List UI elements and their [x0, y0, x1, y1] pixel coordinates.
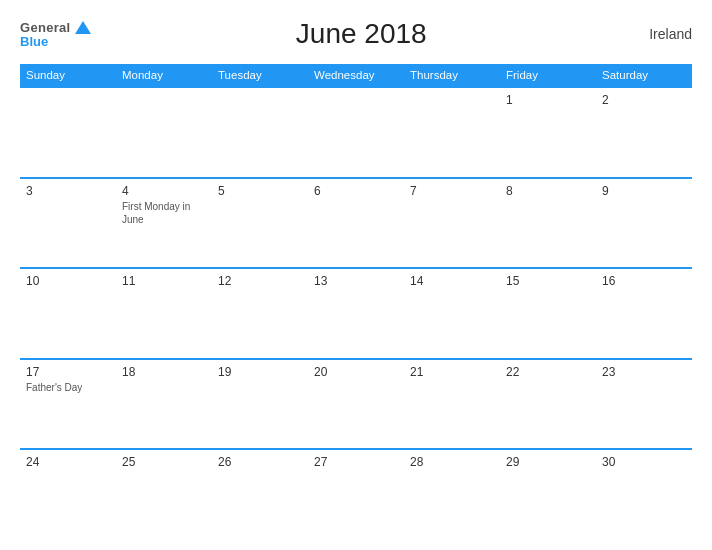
day-number: 26 [218, 455, 302, 469]
calendar-cell: 8 [500, 178, 596, 269]
calendar-cell: 6 [308, 178, 404, 269]
day-number: 11 [122, 274, 206, 288]
day-number: 17 [26, 365, 110, 379]
calendar-title: June 2018 [91, 18, 632, 50]
calendar-cell: 13 [308, 268, 404, 359]
calendar-cell: 3 [20, 178, 116, 269]
calendar-cell: 1 [500, 87, 596, 178]
header-sunday: Sunday [20, 64, 116, 87]
calendar-cell: 2 [596, 87, 692, 178]
logo-blue-text: Blue [20, 35, 91, 48]
day-number: 4 [122, 184, 206, 198]
calendar-cell: 10 [20, 268, 116, 359]
calendar-cell: 19 [212, 359, 308, 450]
weekday-header-row: Sunday Monday Tuesday Wednesday Thursday… [20, 64, 692, 87]
day-number: 18 [122, 365, 206, 379]
header-monday: Monday [116, 64, 212, 87]
logo: General Blue [20, 21, 91, 48]
day-number: 7 [410, 184, 494, 198]
header-thursday: Thursday [404, 64, 500, 87]
day-number: 3 [26, 184, 110, 198]
day-number: 1 [506, 93, 590, 107]
day-number: 25 [122, 455, 206, 469]
calendar-cell [212, 87, 308, 178]
calendar-cell: 17Father's Day [20, 359, 116, 450]
calendar-week-row: 34First Monday in June56789 [20, 178, 692, 269]
header-friday: Friday [500, 64, 596, 87]
calendar-cell: 28 [404, 449, 500, 540]
day-number: 23 [602, 365, 686, 379]
logo-triangle-icon [75, 21, 91, 34]
calendar-week-row: 24252627282930 [20, 449, 692, 540]
calendar-cell: 25 [116, 449, 212, 540]
calendar-cell: 11 [116, 268, 212, 359]
calendar-cell: 9 [596, 178, 692, 269]
calendar-header: General Blue June 2018 Ireland [20, 18, 692, 50]
calendar-cell: 14 [404, 268, 500, 359]
calendar-cell: 4First Monday in June [116, 178, 212, 269]
day-number: 24 [26, 455, 110, 469]
day-number: 16 [602, 274, 686, 288]
calendar-cell: 22 [500, 359, 596, 450]
day-number: 15 [506, 274, 590, 288]
calendar-cell: 15 [500, 268, 596, 359]
calendar-cell: 20 [308, 359, 404, 450]
header-tuesday: Tuesday [212, 64, 308, 87]
day-number: 8 [506, 184, 590, 198]
day-number: 20 [314, 365, 398, 379]
day-number: 6 [314, 184, 398, 198]
header-saturday: Saturday [596, 64, 692, 87]
calendar-cell: 5 [212, 178, 308, 269]
header-wednesday: Wednesday [308, 64, 404, 87]
logo-general-text: General [20, 21, 71, 34]
calendar-cell: 30 [596, 449, 692, 540]
calendar-cell: 7 [404, 178, 500, 269]
calendar-week-row: 12 [20, 87, 692, 178]
calendar-cell: 12 [212, 268, 308, 359]
day-number: 19 [218, 365, 302, 379]
day-number: 14 [410, 274, 494, 288]
calendar-week-row: 10111213141516 [20, 268, 692, 359]
holiday-label: Father's Day [26, 381, 110, 394]
day-number: 10 [26, 274, 110, 288]
calendar-cell: 24 [20, 449, 116, 540]
day-number: 28 [410, 455, 494, 469]
day-number: 27 [314, 455, 398, 469]
calendar-cell: 23 [596, 359, 692, 450]
calendar-week-row: 17Father's Day181920212223 [20, 359, 692, 450]
calendar-cell: 27 [308, 449, 404, 540]
calendar-cell: 18 [116, 359, 212, 450]
day-number: 29 [506, 455, 590, 469]
day-number: 22 [506, 365, 590, 379]
calendar-cell: 21 [404, 359, 500, 450]
calendar-cell [116, 87, 212, 178]
day-number: 9 [602, 184, 686, 198]
day-number: 30 [602, 455, 686, 469]
day-number: 5 [218, 184, 302, 198]
calendar-cell [404, 87, 500, 178]
calendar-cell [308, 87, 404, 178]
country-label: Ireland [632, 26, 692, 42]
calendar-cell: 29 [500, 449, 596, 540]
calendar-page: General Blue June 2018 Ireland Sunday Mo… [0, 0, 712, 550]
calendar-cell: 16 [596, 268, 692, 359]
holiday-label: First Monday in June [122, 200, 206, 226]
calendar-cell: 26 [212, 449, 308, 540]
day-number: 12 [218, 274, 302, 288]
day-number: 2 [602, 93, 686, 107]
calendar-table: Sunday Monday Tuesday Wednesday Thursday… [20, 64, 692, 540]
day-number: 21 [410, 365, 494, 379]
calendar-cell [20, 87, 116, 178]
day-number: 13 [314, 274, 398, 288]
